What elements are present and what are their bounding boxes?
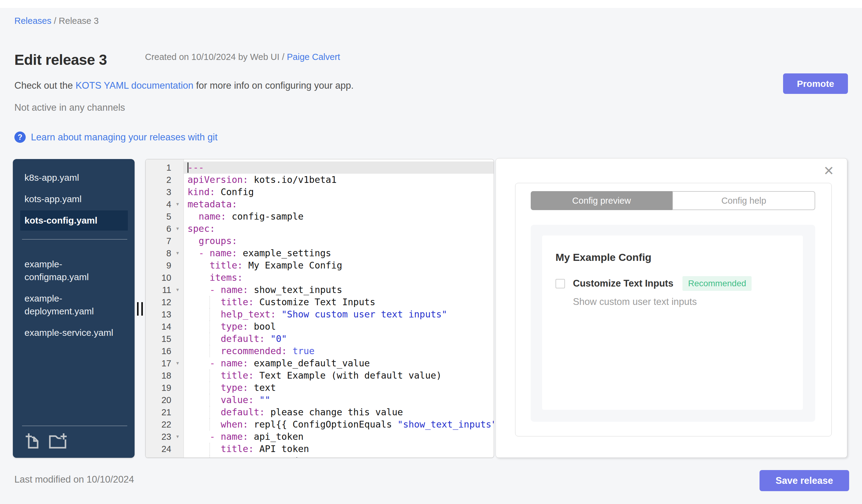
tab-config-help[interactable]: Config help (672, 191, 815, 210)
customize-text-inputs-checkbox[interactable] (556, 279, 565, 288)
line-number: 2 (146, 174, 171, 186)
code-line-text[interactable]: - name: api_token (184, 430, 494, 443)
code-line-text[interactable]: type: password (184, 455, 494, 458)
code-line-text[interactable]: default: "0" (184, 333, 494, 345)
breadcrumb-separator: / (51, 16, 59, 26)
created-byline: Created on 10/10/2024 by Web UI / Paige … (145, 52, 340, 62)
code-line: 9 title: My Example Config (146, 259, 494, 271)
line-number: 8 (146, 247, 171, 259)
breadcrumb-releases-link[interactable]: Releases (14, 16, 51, 26)
gutter-cell: 12 (146, 296, 184, 308)
code-line: 4▾metadata: (146, 198, 494, 210)
code-line: 7 groups: (146, 235, 494, 247)
code-line-text[interactable]: name: config-sample (184, 210, 494, 223)
fold-arrow-icon[interactable]: ▾ (171, 357, 184, 369)
new-file-icon[interactable] (25, 432, 39, 449)
fold-arrow-icon[interactable]: ▾ (171, 430, 184, 443)
fold-spacer (171, 406, 184, 419)
text-cursor (187, 162, 188, 173)
line-number: 14 (146, 320, 171, 333)
fold-arrow-icon[interactable]: ▾ (171, 223, 184, 235)
sidebar-resize-handle[interactable] (137, 302, 143, 316)
file-list-bottom: example-configmap.yamlexample-deployment… (13, 246, 134, 344)
fold-arrow-icon[interactable]: ▾ (171, 198, 184, 210)
sidebar-file-item[interactable]: kots-app.yaml (20, 189, 128, 209)
code-line-text[interactable]: - name: example_default_value (184, 357, 494, 369)
code-line: 6▾spec: (146, 223, 494, 235)
code-line-text[interactable]: value: "" (184, 394, 494, 406)
git-help-row: ? Learn about managing your releases wit… (14, 132, 218, 143)
question-mark-icon[interactable]: ? (14, 132, 26, 143)
code-line-text[interactable]: items: (184, 271, 494, 284)
author-link[interactable]: Paige Calvert (287, 52, 340, 62)
code-line-text[interactable]: --- (184, 161, 494, 174)
code-line: 22 when: repl{{ ConfigOptionEquals "show… (146, 419, 494, 430)
code-line-text[interactable]: type: bool (184, 320, 494, 333)
code-line: 14 type: bool (146, 320, 494, 333)
code-line-text[interactable]: when: repl{{ ConfigOptionEquals "show_te… (184, 419, 494, 430)
code-line-text[interactable]: apiVersion: kots.io/v1beta1 (184, 174, 494, 186)
line-number: 24 (146, 443, 171, 455)
code-line-text[interactable]: type: text (184, 382, 494, 394)
line-number: 7 (146, 235, 171, 247)
code-line: 17▾ - name: example_default_value (146, 357, 494, 369)
gutter-cell: 5 (146, 210, 184, 223)
code-line-text[interactable]: title: Customize Text Inputs (184, 296, 494, 308)
config-group-title: My Example Config (556, 251, 789, 263)
code-line-text[interactable]: title: API token (184, 443, 494, 455)
gutter-cell: 4▾ (146, 198, 184, 210)
code-line-text[interactable]: spec: (184, 223, 494, 235)
sidebar-file-item[interactable]: example-configmap.yaml (20, 254, 128, 287)
file-list-top: k8s-app.yamlkots-app.yamlkots-config.yam… (13, 159, 134, 232)
kots-yaml-docs-link[interactable]: KOTS YAML documentation (76, 80, 193, 91)
fold-spacer (171, 382, 184, 394)
code-line-text[interactable]: metadata: (184, 198, 494, 210)
git-releases-link[interactable]: Learn about managing your releases with … (31, 132, 218, 143)
code-editor[interactable]: 1---2apiVersion: kots.io/v1beta13kind: C… (145, 159, 494, 458)
code-line: 3kind: Config (146, 186, 494, 198)
gutter-cell: 3 (146, 186, 184, 198)
promote-button[interactable]: Promote (783, 74, 848, 94)
code-line-text[interactable]: recommended: true (184, 345, 494, 357)
fold-arrow-icon[interactable]: ▾ (171, 247, 184, 259)
save-release-button[interactable]: Save release (759, 470, 849, 491)
gutter-cell: 20 (146, 394, 184, 406)
sidebar-file-item[interactable]: kots-config.yaml (20, 210, 128, 230)
code-line-text[interactable]: default: please change this value (184, 406, 494, 419)
gutter-cell: 19 (146, 382, 184, 394)
fold-spacer (171, 296, 184, 308)
code-line-text[interactable]: help_text: "Show custom user text inputs… (184, 308, 494, 320)
close-icon[interactable]: ✕ (823, 164, 834, 177)
new-folder-icon[interactable] (48, 432, 67, 449)
gutter-cell: 8▾ (146, 247, 184, 259)
config-item-label: Customize Text Inputs (573, 278, 673, 289)
code-line-text[interactable]: title: Text Example (with default value) (184, 369, 494, 382)
code-line: 16 recommended: true (146, 345, 494, 357)
line-number: 9 (146, 259, 171, 271)
resize-bar (141, 302, 143, 316)
sidebar-file-item[interactable]: example-service.yaml (20, 323, 128, 343)
sidebar-file-item[interactable]: k8s-app.yaml (20, 168, 128, 188)
code-line: 21 default: please change this value (146, 406, 494, 419)
code-line-text[interactable]: title: My Example Config (184, 259, 494, 271)
code-line: 13 help_text: "Show custom user text inp… (146, 308, 494, 320)
line-number: 21 (146, 406, 171, 419)
gutter-cell: 14 (146, 320, 184, 333)
sidebar-file-item[interactable]: example-deployment.yaml (20, 288, 128, 321)
line-number: 10 (146, 271, 171, 284)
gutter-cell: 24 (146, 443, 184, 455)
config-item-row: Customize Text Inputs Recommended (556, 276, 789, 291)
code-line-text[interactable]: - name: show_text_inputs (184, 284, 494, 296)
code-line-text[interactable]: groups: (184, 235, 494, 247)
code-line-text[interactable]: kind: Config (184, 186, 494, 198)
gutter-cell: 18 (146, 369, 184, 382)
tab-config-preview[interactable]: Config preview (531, 191, 672, 210)
fold-spacer (171, 210, 184, 223)
recommended-badge: Recommended (682, 276, 752, 291)
code-line: 18 title: Text Example (with default val… (146, 369, 494, 382)
code-line-text[interactable]: - name: example_settings (184, 247, 494, 259)
line-number: 16 (146, 345, 171, 357)
panel-tabs: Config preview Config help (531, 191, 815, 210)
line-number: 17 (146, 357, 171, 369)
fold-arrow-icon[interactable]: ▾ (171, 284, 184, 296)
